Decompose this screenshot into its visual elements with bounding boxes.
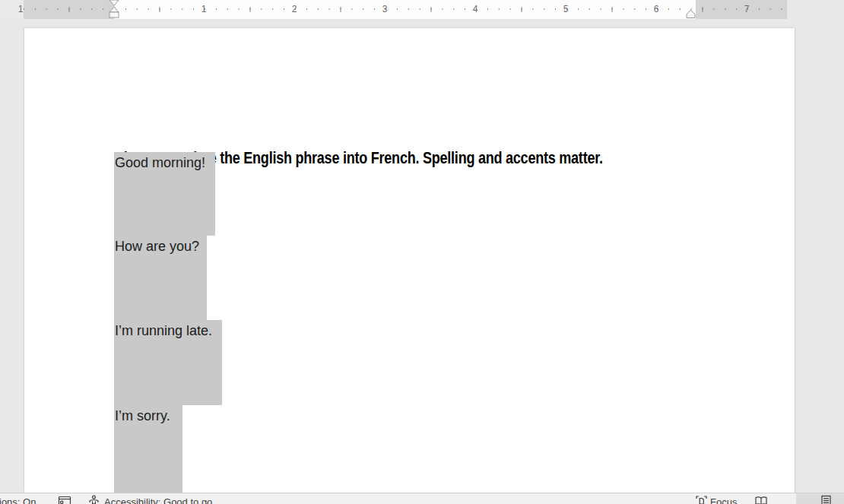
ruler-number: 1 [201, 0, 207, 19]
horizontal-ruler[interactable]: 1 1 2 3 4 5 6 7 [0, 0, 844, 19]
focus-icon[interactable] [695, 495, 708, 504]
accessibility-status[interactable]: Accessibility: Good to go [104, 496, 212, 504]
text-predictions-status[interactable]: ions: On [0, 496, 36, 504]
ruler-number: 3 [382, 0, 388, 19]
print-layout-icon[interactable] [820, 495, 833, 504]
left-indent-marker[interactable] [108, 0, 120, 22]
ruler-number: 2 [291, 0, 297, 19]
status-bar: ions: On Accessibility: Good to go Focu [0, 493, 844, 504]
accessibility-icon[interactable] [87, 495, 100, 504]
form-field-running-late[interactable]: I’m running late. [114, 320, 222, 405]
form-field-im-sorry[interactable]: I’m sorry. [114, 405, 182, 493]
page: Please translate the English phrase into… [24, 28, 795, 493]
ruler-number: 7 [744, 0, 750, 19]
ruler-number: 1 [17, 0, 24, 19]
form-field-good-morning[interactable]: Good morning! [114, 152, 215, 236]
ruler-number: 5 [563, 0, 569, 19]
ruler-number: 6 [653, 0, 659, 19]
form-field-how-are-you[interactable]: How are you? [114, 236, 207, 320]
display-icon[interactable] [58, 495, 71, 504]
focus-button[interactable]: Focus [710, 496, 737, 504]
read-mode-icon[interactable] [754, 495, 768, 504]
word-document-window: 1 1 2 3 4 5 6 7 Please translate the Eng… [0, 0, 844, 504]
right-indent-marker[interactable] [684, 0, 697, 22]
ruler-tick-marks [24, 0, 787, 19]
ruler-number: 4 [472, 0, 478, 19]
